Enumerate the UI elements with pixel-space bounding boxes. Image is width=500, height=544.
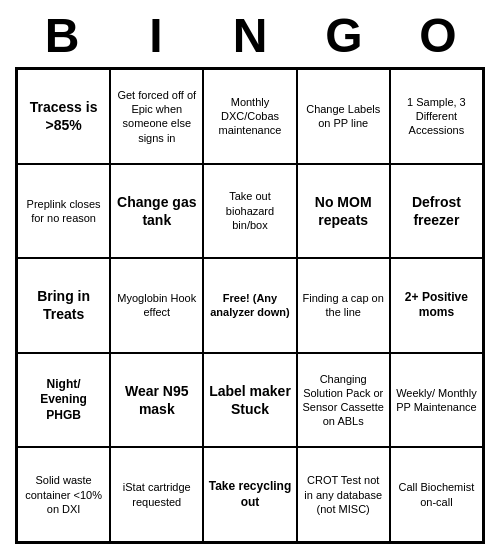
cell-1-4: Defrost freezer bbox=[390, 164, 483, 259]
letter-n: N bbox=[214, 8, 286, 63]
cell-3-4: Weekly/ Monthly PP Maintenance bbox=[390, 353, 483, 448]
cell-1-0: Preplink closes for no reason bbox=[17, 164, 110, 259]
cell-2-1: Myoglobin Hook effect bbox=[110, 258, 203, 353]
cell-2-2-free: Free! (Any analyzer down) bbox=[203, 258, 296, 353]
cell-1-1: Change gas tank bbox=[110, 164, 203, 259]
cell-4-3: CROT Test not in any database (not MISC) bbox=[297, 447, 390, 542]
bingo-grid: Tracess is >85% Get forced off of Epic w… bbox=[15, 67, 485, 544]
cell-3-1: Wear N95 mask bbox=[110, 353, 203, 448]
cell-0-2: Monthly DXC/Cobas maintenance bbox=[203, 69, 296, 164]
cell-1-2: Take out biohazard bin/box bbox=[203, 164, 296, 259]
cell-3-0: Night/ Evening PHGB bbox=[17, 353, 110, 448]
letter-o: O bbox=[402, 8, 474, 63]
cell-4-2: Take recycling out bbox=[203, 447, 296, 542]
cell-2-0: Bring in Treats bbox=[17, 258, 110, 353]
cell-0-1: Get forced off of Epic when someone else… bbox=[110, 69, 203, 164]
letter-g: G bbox=[308, 8, 380, 63]
cell-2-3: Finding a cap on the line bbox=[297, 258, 390, 353]
cell-3-2: Label maker Stuck bbox=[203, 353, 296, 448]
cell-4-0: Solid waste container <10% on DXI bbox=[17, 447, 110, 542]
cell-0-3: Change Labels on PP line bbox=[297, 69, 390, 164]
letter-b: B bbox=[26, 8, 98, 63]
bingo-title: B I N G O bbox=[15, 0, 485, 67]
cell-2-4: 2+ Positive moms bbox=[390, 258, 483, 353]
cell-0-0: Tracess is >85% bbox=[17, 69, 110, 164]
cell-4-4: Call Biochemist on-call bbox=[390, 447, 483, 542]
cell-4-1: iStat cartridge requested bbox=[110, 447, 203, 542]
cell-0-4: 1 Sample, 3 Different Accessions bbox=[390, 69, 483, 164]
cell-1-3: No MOM repeats bbox=[297, 164, 390, 259]
letter-i: I bbox=[120, 8, 192, 63]
cell-3-3: Changing Solution Pack or Sensor Cassett… bbox=[297, 353, 390, 448]
